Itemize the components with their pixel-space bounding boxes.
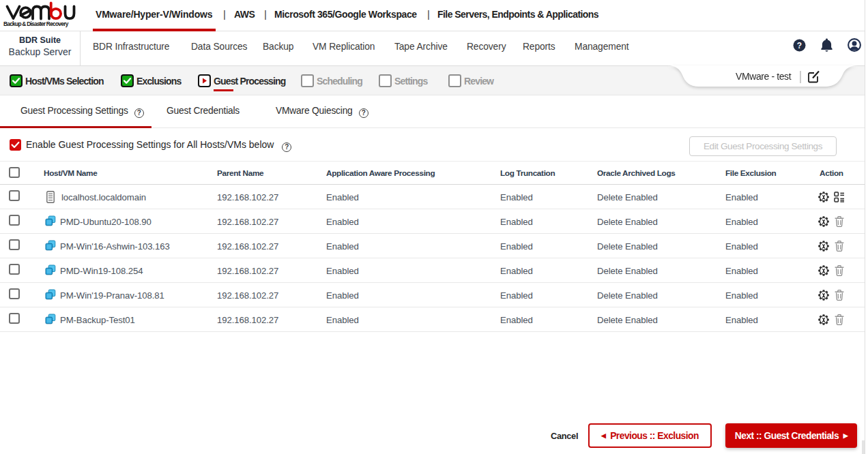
svg-text:?: ?: [797, 41, 802, 50]
svg-text:Backup & Disaster Recovery: Backup & Disaster Recovery: [3, 20, 69, 27]
svg-text:VMware - test: VMware - test: [736, 71, 792, 82]
